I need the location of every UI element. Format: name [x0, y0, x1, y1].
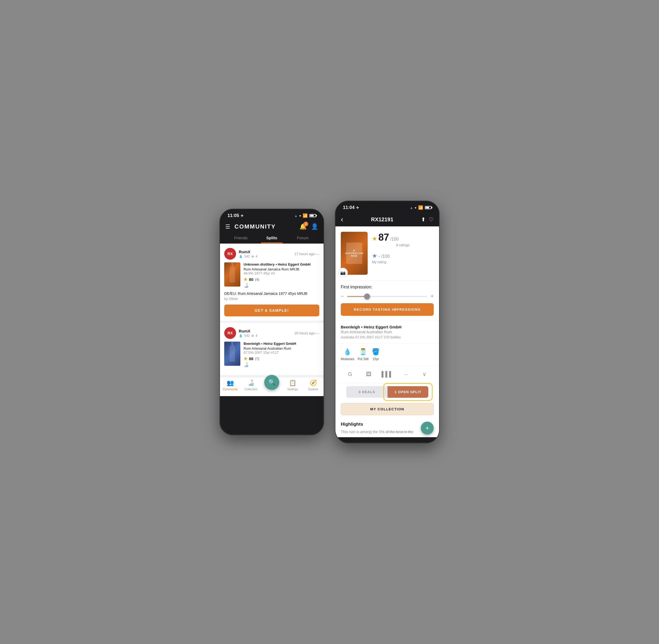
my-rating-row: ★ - /100: [372, 252, 434, 259]
nav-indicator-right: ▲: [410, 206, 413, 210]
collection-button[interactable]: MY COLLECTION: [341, 403, 434, 415]
deals-button[interactable]: 0 DEALS: [346, 386, 387, 398]
more-actions-button[interactable]: ···: [396, 369, 415, 380]
sample-button-1[interactable]: GET A SAMPLE!: [224, 304, 319, 316]
record-tasting-button[interactable]: RECORD TASTING IMPRESSIONS: [341, 303, 434, 316]
community-rating-count: 8 ratings: [372, 243, 434, 247]
nav-community[interactable]: 👥 Community: [220, 380, 241, 391]
my-rating-score: -: [378, 253, 380, 259]
molasses-icon: 💧: [343, 348, 351, 355]
flag-icon-1: 🏴: [233, 257, 236, 260]
hero-ratings: ★ 87 /100 8 ratings ★ - /100 My rating: [372, 232, 434, 264]
flag-icon-2: 🏴: [233, 336, 236, 339]
community-rating: ★ 87 /100: [372, 232, 434, 243]
status-dot-left: ●: [299, 214, 301, 217]
rum-name-2: Beenleigh • Heinz Eggert GmbH: [244, 342, 319, 346]
username-2: RumX: [239, 329, 294, 333]
detail-title: RX12191: [346, 216, 418, 223]
app-content-left: ☰ COMMUNITY 🔔 2 👤 Friends Splits Forum R…: [220, 221, 324, 399]
nav-explore[interactable]: 🧭 Explore: [303, 380, 324, 391]
add-photo-button[interactable]: 📷: [338, 268, 348, 277]
friends-icon-1: ⊕: [251, 255, 254, 258]
age-icon: 🪣: [372, 348, 380, 355]
status-bar-right: 11:04 ✈ ▲ ● 📶: [335, 201, 439, 212]
battery-left: [309, 214, 316, 217]
hero-bottle-container: RAUSTRALIANRUM 📷: [341, 232, 368, 275]
rum-detail-line1: Beenleigh • Heinz Eggert GmbH: [341, 325, 434, 329]
community-max: /100: [390, 237, 399, 242]
community-score: 87: [378, 232, 389, 243]
tab-bar: Friends Splits Forum: [220, 230, 324, 244]
community-header: ☰ COMMUNITY 🔔 2 👤: [220, 221, 324, 230]
friends-2: 4: [256, 334, 257, 338]
bottle-icon-1: 🍶: [244, 283, 319, 288]
wifi-icon-left: 📶: [303, 213, 308, 218]
barcode-button[interactable]: ▌▌▌: [378, 369, 396, 380]
tab-friends[interactable]: Friends: [225, 233, 256, 243]
rum-details-2: 67,5% 2007 15yr #117: [244, 350, 319, 354]
slider-thumb[interactable]: [364, 294, 370, 299]
status-bar-left: 11:05 ✈ ▲ ● 📶: [220, 209, 324, 221]
bottle-icon-2: 🍶: [244, 362, 319, 367]
detail-header: ‹ RX12191 ⬆ ♡: [335, 212, 439, 226]
rating-score-1: 80: [249, 277, 253, 282]
user-info-2: RumX 💧 542 ⊕ 4: [239, 329, 294, 338]
impression-slider[interactable]: − +: [341, 293, 434, 299]
deals-split-container: 0 DEALS 1 OPEN SPLIT: [335, 383, 439, 403]
rum-type-2: Rum Artesanal Australian Rum: [244, 346, 319, 350]
profile-button[interactable]: 👤: [311, 223, 318, 230]
post-body-2: Beenleigh • Heinz Eggert GmbH Rum Artesa…: [224, 342, 319, 367]
avatar-1: RX 🏴: [224, 248, 236, 260]
search-fab[interactable]: 🔍: [264, 375, 279, 390]
collection-nav-icon: 🍶: [247, 380, 255, 387]
split-button[interactable]: 1 OPEN SPLIT: [387, 386, 428, 398]
split-btn-wrapper: 1 OPEN SPLIT: [387, 386, 428, 398]
back-button[interactable]: ‹: [341, 215, 343, 224]
nav-search-fab[interactable]: 🔍: [261, 380, 282, 390]
tag-age: 🪣 15yr: [372, 348, 380, 361]
favorite-button[interactable]: ♡: [429, 216, 434, 223]
highlights-title: Highlights: [341, 422, 434, 427]
menu-button[interactable]: ☰: [225, 224, 230, 230]
nav-indicator-left: ▲: [294, 214, 298, 218]
post-header-1: RX 🏴 RumX 💧 542 ⊕ 4 17 hours ago ···: [224, 248, 319, 260]
google-search-button[interactable]: G: [341, 369, 359, 380]
more-button-2[interactable]: ···: [315, 330, 319, 336]
wifi-icon-right: 📶: [418, 205, 423, 210]
notification-button[interactable]: 🔔 2: [299, 223, 307, 230]
tastings-nav-icon: 📋: [289, 380, 296, 387]
tags-section: 💧 Molasses 🫙 Pot Still 🪣 15yr: [335, 344, 439, 365]
tag-pot-still-label: Pot Still: [358, 357, 369, 361]
status-left-right: 11:04 ✈: [343, 205, 359, 210]
rum-details-1: 48,9% 1977 45yr #3: [244, 271, 319, 275]
rum-detail-line2: Rum Artesanal Australian Rum: [341, 330, 434, 334]
deals-split-row: 0 DEALS 1 OPEN SPLIT: [341, 386, 434, 401]
status-dot-right: ●: [415, 206, 416, 209]
star-icon-1: ★: [244, 277, 247, 282]
post-card-1: RX 🏴 RumX 💧 542 ⊕ 4 17 hours ago ···: [220, 244, 324, 323]
app-content-right: ‹ RX12191 ⬆ ♡ RAUSTRALIANRUM 📷: [335, 212, 439, 443]
image-search-button[interactable]: 🖼: [359, 369, 378, 380]
explore-nav-icon: 🧭: [310, 380, 317, 387]
my-rating-section: ★ - /100 My rating: [372, 252, 434, 264]
rum-details-section: Beenleigh • Heinz Eggert GmbH Rum Artesa…: [335, 320, 439, 344]
slider-plus[interactable]: +: [430, 293, 434, 299]
first-impression-section: First impression: − + RECORD TASTING IMP…: [335, 280, 439, 320]
share-button[interactable]: ⬆: [421, 216, 426, 223]
impression-title: First impression:: [341, 285, 434, 290]
tab-forum[interactable]: Forum: [287, 233, 318, 243]
post-meta-1: 💧 542 ⊕ 4: [239, 255, 294, 258]
time-left: 11:05: [227, 213, 239, 218]
nav-tastings[interactable]: 📋 Tastings: [282, 380, 303, 391]
slider-minus[interactable]: −: [341, 293, 344, 299]
tab-splits[interactable]: Splits: [256, 233, 287, 243]
location-icon: ✈: [241, 214, 244, 218]
rum-rating-2: ★ 88 (7): [244, 356, 319, 361]
post-meta-2: 💧 542 ⊕ 4: [239, 334, 294, 338]
more-button-1[interactable]: ···: [315, 251, 319, 257]
fab-button[interactable]: +: [421, 422, 434, 435]
tag-age-label: 15yr: [373, 357, 379, 361]
slider-track[interactable]: [347, 296, 428, 297]
nav-collection[interactable]: 🍶 Collection: [241, 380, 261, 391]
expand-button[interactable]: ∨: [415, 369, 434, 380]
